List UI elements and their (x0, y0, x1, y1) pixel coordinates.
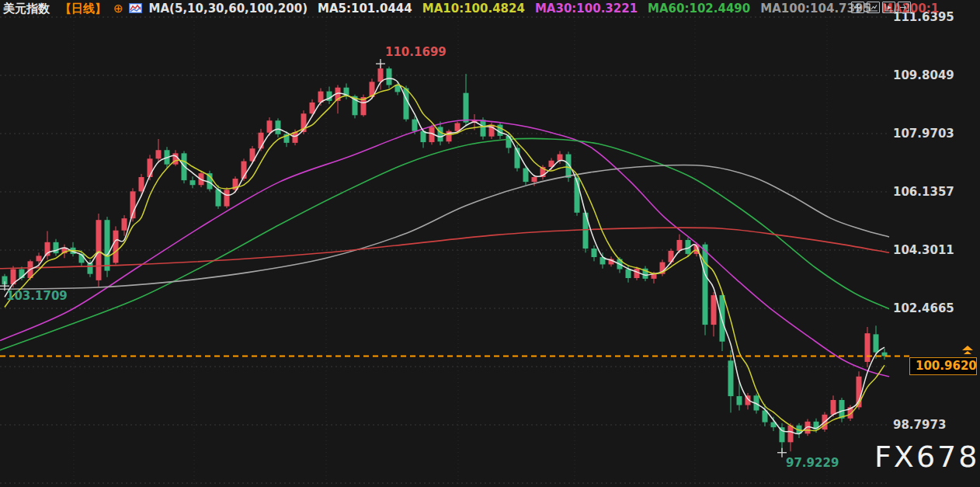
ma5-legend: MA5:101.0444 (318, 2, 412, 16)
left-low-price-annotation: 103.1709 (6, 289, 68, 303)
y-axis-label: 104.3011 (893, 243, 975, 257)
last-price-tag: 100.9620 (909, 357, 977, 375)
ma60-legend: MA60:102.4490 (648, 2, 750, 16)
ma30-legend: MA30:100.3221 (535, 2, 638, 16)
chart-scale-button[interactable] (867, 2, 880, 13)
move-tool-button[interactable] (851, 2, 864, 13)
chart-toolbar (851, 2, 911, 13)
trough-price-annotation: 97.9229 (786, 456, 839, 470)
grid-layer (0, 17, 889, 487)
mini-chart-icon[interactable] (129, 2, 142, 16)
symbol-title: 美元指数 (3, 2, 50, 16)
candlestick-chart-canvas[interactable] (0, 0, 980, 487)
candles-layer (2, 64, 888, 453)
ma-line-ma60 (0, 138, 889, 350)
y-axis-label: 98.7973 (893, 418, 975, 432)
y-axis-label: 107.9703 (893, 127, 975, 141)
chart-application: 美元指数 【日线】 ⊕ MA(5,10,30,60,100,200) MA5:1… (0, 0, 980, 487)
ma-line-ma10 (5, 85, 884, 430)
fx678-watermark: FX678 (874, 440, 979, 474)
add-indicator-icon[interactable]: ⊕ (113, 2, 123, 16)
ma10-legend: MA10:100.4824 (422, 2, 525, 16)
ma-group-label: MA(5,10,30,60,100,200) (149, 2, 308, 16)
up-triangle-icon (964, 351, 971, 354)
y-axis-label: 109.8049 (893, 68, 975, 82)
timeframe-label[interactable]: 【日线】 (60, 2, 106, 16)
ma-lines-layer (0, 78, 889, 434)
ma-line-ma30 (0, 120, 889, 377)
y-axis-label: 102.4665 (893, 301, 975, 315)
playback-button[interactable] (882, 2, 895, 13)
y-axis-label: 106.1357 (893, 185, 975, 199)
up-triangle-icon (962, 346, 973, 350)
chart-header: 美元指数 【日线】 ⊕ MA(5,10,30,60,100,200) MA5:1… (3, 1, 939, 16)
peak-price-annotation: 110.1699 (385, 45, 447, 59)
ma-line-ma200 (0, 228, 889, 269)
price-alert-marker[interactable] (961, 346, 974, 355)
exit-fullscreen-button[interactable] (898, 2, 911, 13)
